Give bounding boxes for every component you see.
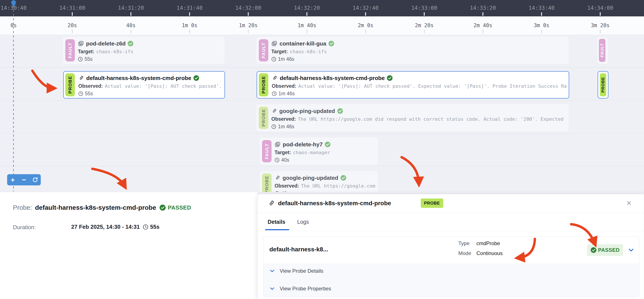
duration-value: 27 Feb 2025, 14:30 - 14:31 [71, 224, 140, 230]
zoom-out-button[interactable]: − [21, 176, 28, 183]
type-value: cmdProbe [476, 240, 500, 246]
probe-badge: PROBE [65, 73, 75, 96]
tick-mark [541, 12, 542, 16]
tick-mark [189, 30, 190, 33]
rel-tick-label: 1m 0s [182, 22, 197, 28]
tick-mark [72, 12, 73, 16]
tick-mark [130, 12, 131, 16]
divider [258, 213, 644, 213]
fault-badge: FAULT [599, 39, 606, 62]
fault-card-pod-delete-z6d[interactable]: FAULT pod-delete-z6d Target:chaos-k8s-if… [63, 37, 224, 64]
target-label: Target: [78, 49, 94, 54]
fault-card-container-kill-gua[interactable]: FAULT container-kill-gua Target:chaos-k8… [257, 37, 568, 64]
detail-panel-title: default-harness-k8s-system-cmd-probe [278, 200, 391, 207]
clock-icon [271, 57, 276, 62]
fault-card-truncated[interactable]: FAULT [598, 37, 608, 64]
check-icon [325, 142, 330, 147]
probe-label: Probe: [13, 204, 32, 211]
clock-icon [274, 191, 280, 192]
tick-mark [541, 30, 542, 33]
observed-value: Actual value: '[Pass]: AUT check passed'… [298, 83, 566, 89]
detail-panel-header: default-harness-k8s-system-cmd-probe PRO… [258, 194, 644, 213]
timeline-header: 14:30:40 14:31:00 14:31:20 14:31:40 14:3… [0, 0, 644, 16]
tick-mark [483, 30, 483, 33]
probe-result-card: default-harness-k8... Type cmdProbe Mode… [263, 236, 639, 297]
duration-text: 1m 46s [278, 56, 294, 62]
observed-label: Observed: [272, 83, 296, 89]
row-separator [0, 166, 644, 166]
abs-tick-label: 14:31:40 [177, 5, 202, 11]
probe-card-cmd-probe-1[interactable]: PROBE default-harness-k8s-system-cmd-pro… [63, 71, 225, 98]
fault-badge: FAULT [65, 39, 75, 61]
duration-text: 55s [85, 91, 93, 97]
tick-mark [365, 30, 366, 33]
abs-tick-label: 14:32:00 [235, 5, 261, 11]
check-icon [128, 41, 133, 46]
view-probe-properties-link[interactable]: View Probe Properties [270, 286, 331, 292]
probe-icon [271, 108, 277, 114]
reset-zoom-icon[interactable] [32, 177, 38, 183]
abs-tick-label: 14:33:20 [470, 5, 496, 11]
probe-card-google-ping-1[interactable]: PROBE google-ping-updated Observed:The U… [257, 105, 568, 131]
rel-tick-label: 2m 0s [358, 22, 373, 28]
tab-logs[interactable]: Logs [297, 219, 309, 225]
duration-text: 40s [281, 157, 289, 163]
probe-icon [272, 75, 278, 81]
clock-icon [271, 124, 276, 129]
abs-tick-label: 14:34:00 [587, 5, 613, 11]
probe-summary-panel: Probe: default-harness-k8s-system-cmd-pr… [0, 192, 258, 299]
close-icon[interactable]: ✕ [626, 199, 632, 207]
fault-name: container-kill-gua [280, 40, 326, 47]
view-probe-details-link[interactable]: View Probe Details [270, 268, 323, 274]
type-label: Type [458, 240, 470, 246]
duration-text: 1m 46s [278, 124, 294, 130]
abs-tick-label: 14:32:20 [294, 5, 320, 11]
duration-text: 40s [281, 191, 289, 192]
probe-summary-name: default-harness-k8s-system-cmd-probe [35, 204, 156, 211]
check-icon [337, 108, 343, 114]
observed-value: The URL https://google.com… [301, 183, 375, 189]
fault-icon [274, 141, 280, 147]
rel-tick-label: 20s [68, 22, 77, 28]
check-icon [328, 41, 334, 46]
probe-icon [268, 200, 275, 207]
abs-tick-label: 14:32:40 [353, 5, 378, 11]
relative-time-scale: 0s 20s 40s 1m 0s 1m 20s 1m 40s 2m 0s 2m … [0, 16, 644, 35]
check-icon [194, 75, 199, 81]
abs-tick-label: 14:33:00 [411, 5, 437, 11]
rel-tick-label: 3m 20s [591, 22, 610, 28]
tick-mark [189, 12, 190, 16]
playhead-line [13, 5, 14, 191]
zoom-in-button[interactable]: + [10, 176, 16, 183]
observed-label: Observed: [274, 183, 299, 189]
probe-name: google-ping-updated [282, 175, 338, 181]
probe-badge: PROBE [259, 73, 268, 96]
row-separator [0, 100, 644, 100]
row-separator [0, 133, 644, 133]
mode-value: Continuous [476, 250, 502, 256]
probe-card-cmd-probe-2[interactable]: PROBE default-harness-k8s-system-cmd-pro… [257, 71, 569, 98]
probe-name: google-ping-updated [279, 108, 335, 114]
check-icon [387, 75, 392, 81]
passed-check-icon [591, 247, 596, 253]
fault-card-pod-delete-hy7[interactable]: FAULT pod-delete-hy7 Target:chaos-manage… [260, 138, 378, 164]
chevron-down-icon[interactable] [628, 247, 634, 253]
probe-card-truncated[interactable]: PROBE [598, 71, 608, 98]
probe-card-google-ping-2[interactable]: PROBE google-ping-updated Observed:The U… [260, 171, 378, 192]
tick-mark [248, 12, 249, 16]
target-value: chaos-k8s-ifs [96, 49, 133, 54]
abs-tick-label: 14:31:20 [118, 5, 144, 11]
rel-tick-label: 3m 0s [534, 22, 549, 28]
rel-tick-label: 1m 40s [298, 22, 316, 28]
timeline-canvas[interactable]: FAULT pod-delete-z6d Target:chaos-k8s-if… [0, 34, 644, 192]
duration-text: 55s [84, 56, 92, 62]
fault-name: pod-delete-z6d [86, 40, 126, 47]
playhead-pin[interactable] [10, 0, 18, 9]
tick-mark [307, 30, 307, 33]
tick-mark [131, 30, 131, 33]
mode-label: Mode [458, 250, 471, 256]
tab-details[interactable]: Details [268, 219, 285, 225]
tick-mark [424, 30, 425, 33]
check-icon [340, 175, 346, 181]
probe-icon [274, 175, 280, 181]
